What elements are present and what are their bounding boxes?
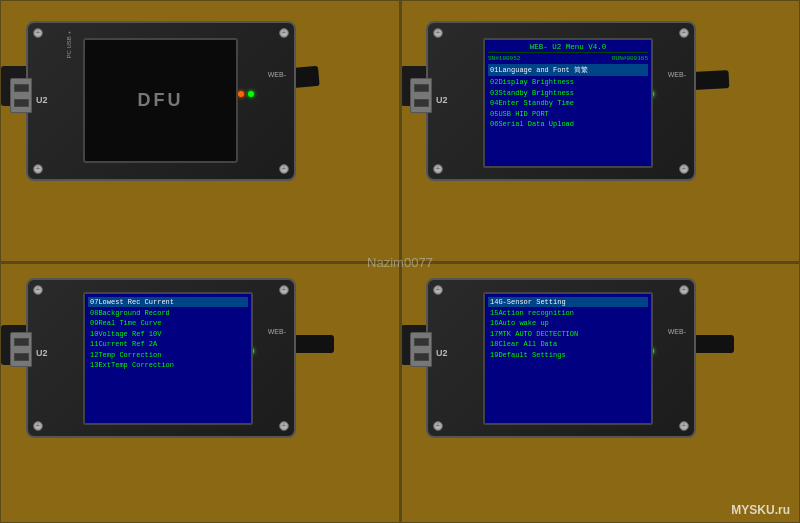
run-label: RUN#000165	[612, 55, 648, 62]
menu-item-09[interactable]: 09Real Time Curve	[88, 318, 248, 328]
menu-item-04[interactable]: 04Enter Standby Time	[488, 98, 648, 108]
cell-dfu: U2 WEB- PC USB + DFU	[0, 0, 400, 262]
menu-item-02[interactable]: 02Display Brightness	[488, 77, 648, 87]
cell-menu2: U2 WEB- 07Lowest Rec Current 08Backgroun…	[0, 262, 400, 524]
u2-label: U2	[36, 95, 48, 105]
vertical-divider	[400, 0, 402, 523]
cell-menu3: U2 WEB- 14G-Sensor Setting 15Action reco…	[400, 262, 800, 524]
dfu-text: DFU	[138, 90, 184, 111]
menu-item-16[interactable]: 16Auto wake up	[488, 318, 648, 328]
menu-item-05[interactable]: 05USB HID PORT	[488, 109, 648, 119]
menu-item-10[interactable]: 10Voltage Ref 10V	[88, 329, 248, 339]
menu-item-18[interactable]: 18Clear All Data	[488, 339, 648, 349]
web-label: WEB-	[268, 71, 286, 78]
u2-label-4: U2	[436, 348, 448, 358]
web-label-3: WEB-	[268, 328, 286, 335]
menu-item-14[interactable]: 14G-Sensor Setting	[488, 297, 648, 307]
pc-usb-label: PC USB +	[66, 31, 72, 59]
menu-item-13[interactable]: 13ExtTemp Correction	[88, 360, 248, 370]
menu-item-07[interactable]: 07Lowest Rec Current	[88, 297, 248, 307]
menu-item-15[interactable]: 15Action recognition	[488, 308, 648, 318]
menu-title: WEB- U2 Menu V4.0	[488, 43, 648, 53]
web-label-2: WEB-	[668, 71, 686, 78]
menu-item-08[interactable]: 08Background Record	[88, 308, 248, 318]
menu-item-12[interactable]: 12Temp Correction	[88, 350, 248, 360]
menu-item-11[interactable]: 11Current Ref 2A	[88, 339, 248, 349]
sn-label: SN#100952	[488, 55, 520, 62]
menu-item-03[interactable]: 03Standby Brightness	[488, 88, 648, 98]
menu-item-19[interactable]: 19Default Settings	[488, 350, 648, 360]
menu-item-17[interactable]: 17MTK AUTO DECTECTION	[488, 329, 648, 339]
web-label-4: WEB-	[668, 328, 686, 335]
u2-label-3: U2	[36, 348, 48, 358]
cell-menu1: U2 WEB- WEB- U2 Menu V4.0 SN#100952 RUN#…	[400, 0, 800, 262]
u2-label-2: U2	[436, 95, 448, 105]
menu-item-06[interactable]: 06Serial Data Upload	[488, 119, 648, 129]
menu-item-01[interactable]: 01Language and Font 简繁	[488, 64, 648, 76]
